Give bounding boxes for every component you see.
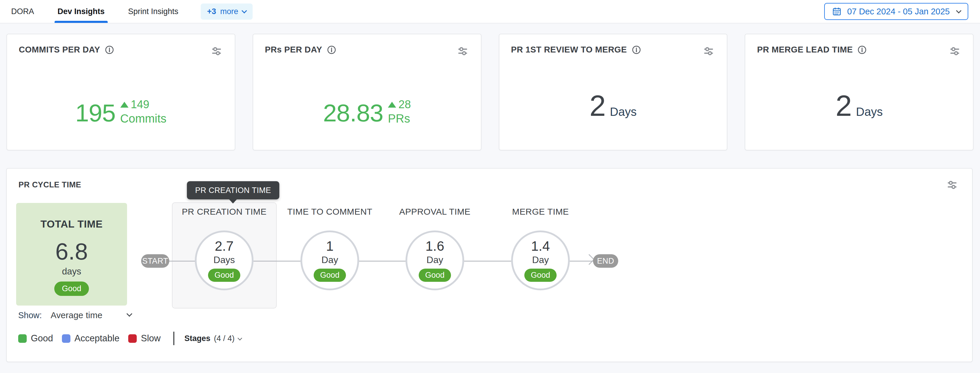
stage-title: PR CREATION TIME bbox=[182, 207, 267, 217]
active-tab-underline bbox=[54, 21, 108, 23]
more-tabs-count: +3 bbox=[207, 7, 216, 16]
card-title: PR MERGE LEAD TIME bbox=[757, 45, 853, 54]
total-time-box: TOTAL TIME 6.8 days Good bbox=[16, 203, 127, 306]
metric-value-block: 195 149 Commits bbox=[7, 98, 235, 124]
metric-unit: Commits bbox=[120, 113, 167, 124]
metric-value-block: 2 Days bbox=[500, 94, 727, 117]
chevron-down-icon[interactable] bbox=[127, 313, 132, 318]
tab-dora[interactable]: DORA bbox=[10, 0, 35, 23]
end-node: END bbox=[593, 254, 618, 268]
stage-bubble[interactable]: 1.4 Day Good bbox=[511, 230, 570, 290]
stage-value: 2.7 bbox=[215, 239, 234, 253]
status-legend: Good Acceptable Slow Stages (4 / 4) bbox=[18, 332, 242, 345]
stage-tooltip: PR CREATION TIME bbox=[187, 181, 279, 199]
divider bbox=[173, 332, 174, 345]
stage-unit: Day bbox=[532, 255, 549, 265]
metric-value-block: 2 Days bbox=[745, 94, 973, 117]
metric-value-block: 28.83 28 PRs bbox=[253, 98, 481, 124]
show-dropdown-value[interactable]: Average time bbox=[51, 310, 102, 320]
date-range-picker[interactable]: 07 Dec 2024 - 05 Jan 2025 bbox=[824, 3, 968, 20]
legend-swatch-slow bbox=[128, 334, 137, 343]
metric-card-prs-per-day: PRs PER DAY 28.83 28 bbox=[253, 34, 482, 151]
stage-time-to-comment: TIME TO COMMENT 1 Day Good bbox=[277, 207, 383, 290]
stage-title: TIME TO COMMENT bbox=[287, 207, 372, 217]
triangle-up-icon bbox=[388, 102, 396, 108]
more-tabs-label: more bbox=[220, 7, 238, 16]
stage-bubble[interactable]: 1.6 Day Good bbox=[406, 230, 464, 290]
filter-sliders-icon[interactable] bbox=[456, 45, 469, 58]
top-tab-bar: DORA Dev Insights Sprint Insights +3 mor… bbox=[0, 0, 980, 24]
filter-sliders-icon[interactable] bbox=[702, 45, 715, 58]
chevron-down-icon bbox=[237, 336, 242, 340]
stage-pr-creation-time: PR CREATION TIME 2.7 Days Good bbox=[171, 207, 277, 290]
stage-value: 1.6 bbox=[425, 239, 444, 253]
legend-item-good: Good bbox=[18, 333, 53, 344]
metric-value: 2 bbox=[836, 94, 852, 117]
status-badge: Good bbox=[313, 268, 346, 282]
dashboard-body: COMMITS PER DAY 195 149 bbox=[0, 24, 980, 362]
stage-unit: Day bbox=[426, 255, 443, 265]
stage-value: 1.4 bbox=[531, 239, 550, 253]
total-time-label: TOTAL TIME bbox=[40, 218, 103, 230]
tab-dev-insights[interactable]: Dev Insights bbox=[56, 0, 106, 23]
card-title: PR 1ST REVIEW TO MERGE bbox=[511, 45, 627, 54]
triangle-up-icon bbox=[120, 102, 129, 108]
status-badge: Good bbox=[419, 268, 451, 282]
metric-unit: Days bbox=[610, 106, 637, 117]
legend-item-slow: Slow bbox=[128, 333, 161, 344]
calendar-icon bbox=[832, 6, 842, 16]
card-title: COMMITS PER DAY bbox=[19, 45, 100, 54]
stages-dropdown[interactable]: Stages (4 / 4) bbox=[184, 334, 241, 343]
info-icon[interactable] bbox=[327, 45, 336, 54]
metric-value: 2 bbox=[589, 94, 606, 117]
stage-bubble[interactable]: 2.7 Days Good bbox=[195, 230, 253, 290]
metric-delta: 149 bbox=[120, 98, 150, 111]
show-label: Show: bbox=[18, 311, 42, 320]
info-icon[interactable] bbox=[105, 45, 114, 54]
show-dropdown-row: Show: Average time bbox=[18, 309, 133, 322]
status-badge: Good bbox=[524, 268, 557, 282]
legend-swatch-acceptable bbox=[62, 334, 70, 343]
kpi-cards-row: COMMITS PER DAY 195 149 bbox=[0, 24, 980, 151]
tab-label: Dev Insights bbox=[57, 7, 105, 16]
date-range-text: 07 Dec 2024 - 05 Jan 2025 bbox=[847, 7, 950, 16]
stage-value: 1 bbox=[326, 239, 334, 253]
total-time-unit: days bbox=[62, 266, 81, 277]
stage-title: MERGE TIME bbox=[512, 207, 569, 217]
stage-title: APPROVAL TIME bbox=[399, 207, 470, 217]
info-icon[interactable] bbox=[858, 45, 867, 54]
metric-value: 28.83 bbox=[323, 102, 383, 124]
more-tabs-button[interactable]: +3 more bbox=[201, 3, 253, 20]
filter-sliders-icon[interactable] bbox=[948, 45, 961, 58]
filter-sliders-icon[interactable] bbox=[210, 45, 223, 58]
legend-swatch-good bbox=[18, 334, 27, 343]
legend-item-acceptable: Acceptable bbox=[62, 333, 119, 344]
tab-label: Sprint Insights bbox=[128, 7, 178, 16]
metric-card-pr-first-review-to-merge: PR 1ST REVIEW TO MERGE 2 Days bbox=[499, 34, 728, 151]
chevron-down-icon bbox=[956, 8, 961, 13]
pr-cycle-time-panel: PR CYCLE TIME PR CREATION TIME TOTAL TIM… bbox=[6, 168, 973, 362]
stage-bubble[interactable]: 1 Day Good bbox=[301, 230, 359, 290]
stage-merge-time: MERGE TIME 1.4 Day Good bbox=[488, 207, 593, 290]
delta-value: 149 bbox=[131, 98, 150, 111]
status-badge: Good bbox=[208, 268, 240, 282]
start-node: START bbox=[141, 254, 169, 268]
tab-sprint-insights[interactable]: Sprint Insights bbox=[127, 0, 180, 23]
status-badge: Good bbox=[54, 281, 89, 296]
metric-unit: PRs bbox=[388, 113, 410, 124]
card-title: PRs PER DAY bbox=[265, 45, 322, 54]
metric-delta: 28 bbox=[388, 98, 411, 111]
metric-value: 195 bbox=[75, 102, 115, 124]
info-icon[interactable] bbox=[632, 45, 641, 54]
tab-label: DORA bbox=[11, 7, 34, 16]
metric-card-pr-merge-lead-time: PR MERGE LEAD TIME 2 Days bbox=[745, 34, 974, 151]
dashboard-tabs: DORA Dev Insights Sprint Insights +3 mor… bbox=[10, 0, 253, 23]
filter-sliders-icon[interactable] bbox=[946, 179, 959, 192]
stage-unit: Days bbox=[213, 255, 235, 265]
metric-card-commits-per-day: COMMITS PER DAY 195 149 bbox=[6, 34, 235, 151]
stage-approval-time: APPROVAL TIME 1.6 Day Good bbox=[382, 207, 488, 290]
metric-unit: Days bbox=[856, 106, 883, 117]
chevron-down-icon bbox=[242, 8, 247, 13]
dev-insights-dashboard: DORA Dev Insights Sprint Insights +3 mor… bbox=[0, 0, 980, 373]
total-time-value: 6.8 bbox=[55, 240, 88, 263]
